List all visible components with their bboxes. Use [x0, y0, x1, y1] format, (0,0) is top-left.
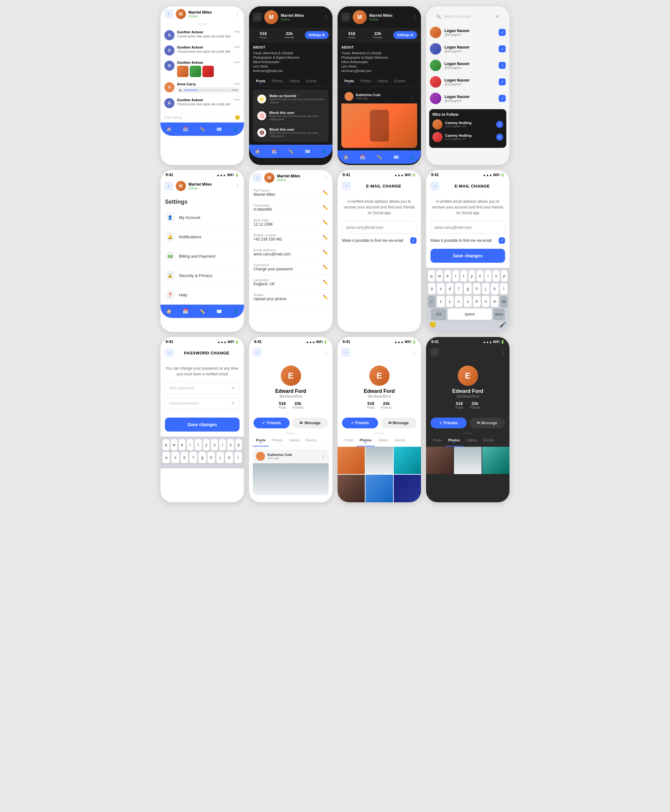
- key-f[interactable]: f: [189, 452, 197, 463]
- key-h[interactable]: h: [473, 283, 481, 294]
- key-123[interactable]: 123: [431, 308, 447, 320]
- key-m[interactable]: m: [491, 296, 498, 307]
- follow-button[interactable]: +: [496, 134, 503, 140]
- key-i[interactable]: i: [219, 439, 226, 451]
- menu-item-block[interactable]: 🚫 Block this user Block this user to not…: [253, 108, 329, 124]
- settings-item-billing[interactable]: 💵 Billing and Payment: [165, 247, 240, 266]
- back-button[interactable]: ‹: [164, 10, 173, 19]
- key-t[interactable]: t: [195, 439, 202, 451]
- email-input-wrap[interactable]: [430, 221, 505, 233]
- key-r[interactable]: r: [187, 439, 194, 451]
- key-o[interactable]: o: [493, 271, 500, 282]
- tab-posts[interactable]: Posts: [253, 436, 269, 447]
- post-more-button[interactable]: ⋮: [320, 453, 325, 460]
- back-button[interactable]: ‹: [164, 181, 173, 190]
- show-password-icon[interactable]: 👁: [231, 386, 235, 391]
- message-button[interactable]: ✉ Message: [469, 418, 505, 428]
- nav-user[interactable]: 👤: [227, 308, 244, 315]
- key-g[interactable]: g: [198, 452, 206, 463]
- post-more-button[interactable]: ⋮: [409, 94, 414, 100]
- nav-mail[interactable]: ✉️: [211, 308, 227, 315]
- photo-cell[interactable]: [394, 475, 421, 502]
- back-button[interactable]: ‹: [253, 348, 262, 357]
- back-button[interactable]: ‹: [253, 13, 262, 22]
- settings-item-help[interactable]: ❓ Help: [165, 285, 240, 304]
- back-button[interactable]: ‹: [430, 181, 439, 190]
- settings-button[interactable]: Settings ⚙: [393, 31, 417, 39]
- nav-home[interactable]: 🏠: [249, 148, 266, 155]
- follow-checkbox[interactable]: ✓: [499, 95, 506, 102]
- more-button[interactable]: ⋮: [323, 14, 329, 20]
- tab-videos[interactable]: Videos: [374, 76, 391, 86]
- key-l[interactable]: l: [500, 283, 508, 294]
- back-button[interactable]: ‹: [165, 348, 174, 357]
- tab-videos[interactable]: Videos: [286, 436, 303, 447]
- key-f[interactable]: f: [455, 283, 462, 294]
- key-s[interactable]: s: [437, 283, 445, 294]
- nav-home[interactable]: 🏠: [161, 308, 177, 315]
- key-u[interactable]: u: [211, 439, 218, 451]
- follow-checkbox[interactable]: ✓: [499, 46, 506, 52]
- follow-button[interactable]: +: [496, 121, 503, 128]
- mic-key[interactable]: 🎤: [499, 321, 506, 328]
- key-s[interactable]: s: [171, 452, 179, 463]
- nav-edit[interactable]: ✏️: [371, 154, 387, 161]
- key-k[interactable]: k: [491, 283, 498, 294]
- edit-language-button[interactable]: ✏️: [323, 279, 328, 285]
- message-input[interactable]: Start typing...: [164, 115, 232, 119]
- tab-events[interactable]: Events: [391, 436, 409, 447]
- key-d[interactable]: d: [446, 283, 453, 294]
- more-button[interactable]: ⋮: [323, 349, 329, 355]
- more-button[interactable]: ⋮: [412, 349, 417, 355]
- photo-cell[interactable]: [365, 447, 393, 474]
- key-r[interactable]: r: [452, 271, 459, 282]
- tab-photos[interactable]: Photos: [357, 436, 375, 447]
- nav-calendar[interactable]: 📅: [354, 154, 371, 161]
- more-button[interactable]: ⋮: [323, 175, 329, 181]
- settings-button[interactable]: Settings ⚙: [305, 31, 329, 39]
- search-bar[interactable]: 🔍 Search in social... ✕: [432, 12, 503, 22]
- key-a[interactable]: a: [428, 283, 436, 294]
- new-password-wrap[interactable]: New password 👁: [165, 382, 240, 394]
- nav-calendar[interactable]: 📅: [266, 148, 283, 155]
- save-changes-button[interactable]: Save changes: [430, 249, 505, 263]
- repeat-password-wrap[interactable]: Repeat password 👁: [165, 397, 240, 409]
- key-p[interactable]: p: [235, 439, 242, 451]
- tab-events[interactable]: Events: [303, 436, 320, 447]
- tab-photos[interactable]: Photos: [357, 76, 374, 86]
- key-a[interactable]: a: [162, 452, 170, 463]
- tab-photos[interactable]: Photos: [445, 436, 463, 447]
- nav-home[interactable]: 🏠: [338, 154, 354, 161]
- key-q[interactable]: q: [162, 439, 169, 451]
- more-button[interactable]: ⋮: [235, 11, 240, 17]
- nav-mail[interactable]: ✉️: [211, 126, 227, 133]
- edit-email-button[interactable]: ✏️: [323, 250, 328, 255]
- key-t[interactable]: t: [460, 271, 467, 282]
- search-input[interactable]: Search in social...: [443, 14, 493, 19]
- key-h[interactable]: h: [208, 452, 215, 463]
- key-b[interactable]: b: [473, 296, 481, 307]
- photo-cell[interactable]: [482, 447, 509, 474]
- key-w[interactable]: w: [436, 271, 443, 282]
- edit-password-button[interactable]: ✏️: [323, 265, 328, 270]
- more-button[interactable]: ⋮: [501, 349, 506, 355]
- back-button[interactable]: ‹: [341, 13, 350, 22]
- tab-posts[interactable]: Posts: [253, 76, 269, 86]
- emoji-button[interactable]: 🙂: [235, 115, 240, 120]
- tab-events[interactable]: Events: [391, 76, 409, 86]
- key-o[interactable]: o: [227, 439, 234, 451]
- tab-videos[interactable]: Videos: [286, 76, 303, 86]
- key-n[interactable]: n: [482, 296, 489, 307]
- key-e[interactable]: e: [444, 271, 451, 282]
- key-i[interactable]: i: [485, 271, 492, 282]
- tab-posts[interactable]: Posts: [341, 76, 357, 86]
- email-input[interactable]: [435, 225, 501, 230]
- photo-cell[interactable]: [454, 447, 481, 474]
- key-l[interactable]: l: [234, 452, 242, 463]
- key-y[interactable]: y: [469, 271, 475, 282]
- nav-mail[interactable]: ✉️: [299, 148, 316, 155]
- nav-user[interactable]: 👤: [404, 154, 421, 161]
- message-button[interactable]: ✉ Message: [292, 418, 328, 428]
- key-v[interactable]: v: [464, 296, 471, 307]
- save-changes-button[interactable]: Save changes: [165, 418, 240, 431]
